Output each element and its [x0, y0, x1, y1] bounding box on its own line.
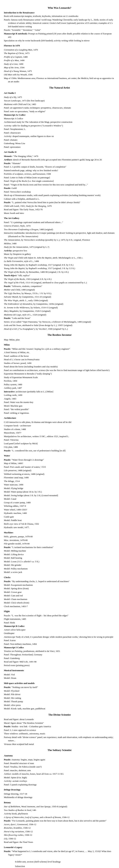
list-item: Puzzle: "L. painted what Verrocchio hire…: [4, 201, 115, 204]
list-item: Mother and Child, 1490 (original): [4, 288, 115, 291]
list-item: Mock-up of Renaissance studio, with smal…: [4, 193, 115, 197]
list-item: Anemoscope 'body of a bird, L's parachut…: [4, 635, 115, 639]
list-item: Life preserver, 1488 (original): [4, 469, 115, 472]
list-item: Manuscript I Codice: [4, 646, 115, 649]
list-item: Lead panel [relief sculpture by Mick]: [4, 442, 115, 445]
list-item: Model: file-cutting: [4, 696, 115, 700]
list-item: The deluge, 1514: [4, 479, 115, 483]
list-item: Mausoleum, 1507?: [4, 431, 115, 435]
list-item: Acorn, dyers', Greenwood, 1506-12: [4, 823, 115, 826]
list-item: Panel: audition of the horse: [4, 354, 115, 358]
list-item: Mary Magdalen, by Gianpietrino, 1520-5 (…: [4, 309, 115, 313]
list-item: Model: Swing bridge (about 3 ft. by 3 ft…: [4, 494, 115, 497]
list-item: Lily, 1506-12: [4, 837, 115, 840]
list-item: Panel: Throughout; Switzerland, Germany: [4, 653, 115, 656]
subsection-title: Milan: [4, 343, 115, 346]
list-item: Studies of a dome, 1488: [4, 428, 115, 431]
restless-map: Map: Milan, plan: [4, 338, 115, 341]
list-item: Model: Cam and rod: [4, 594, 115, 597]
list-item: Manuscript A Codice: [4, 117, 115, 120]
list-item: Whirling eddies, 1507-9: [4, 504, 115, 508]
list-item: The Annunciation, by Verrocchio's worksh…: [4, 238, 115, 242]
list-item: Tuscan Landscape, 1473 (his first landsc…: [4, 99, 115, 102]
list-item: Read and figure: The Early Years, 1452-7…: [4, 208, 115, 211]
subsection-title: Mid-space activities and models: [4, 682, 115, 685]
list-item: Model: Milling machine: [4, 549, 115, 553]
list-item: Artifact: models of muscles, bones, hear…: [4, 772, 115, 776]
list-item: Model: Viol: [4, 673, 115, 676]
list-item: Panel: Birds: [4, 621, 115, 624]
list-item: Model: Click wheels (front): [4, 601, 115, 604]
list-item: Panel: Vitruvius: [4, 438, 115, 442]
subsection-title: Water: [4, 454, 115, 458]
list-item: Period room (printing press): [4, 664, 115, 667]
list-item: Artifact: sketch of Bernardo Baroncelli …: [4, 158, 115, 161]
list-item: Panel: Water was the master-key: [4, 401, 115, 404]
list-item: Model: Chain mechanism: [4, 597, 115, 601]
list-item: The Virgin and Child with Infant St. Joh…: [4, 256, 115, 259]
list-item: Panel on contributions to architecture, …: [4, 369, 115, 372]
list-item: Model: file-grinder: [4, 563, 115, 567]
list-item: Interactive multimedia: introduction to …: [4, 231, 115, 238]
list-item: Panel: Port canals and 'master of waters…: [4, 465, 115, 469]
list-item: Panel: L.'s prolific output of drafts, b…: [4, 165, 115, 168]
list-item: Hydraulic saw model, 1477.: [4, 526, 115, 529]
list-item: Partway detail with "divine science" pan…: [4, 736, 115, 742]
subsection-title: Deluge Drawings: [4, 788, 115, 792]
subsection-title: Flight: [4, 610, 115, 613]
list-item: Puzzle: "Water flows through L's drawing…: [4, 458, 115, 462]
list-item: Study for the Annunciation, 1475 (origin…: [4, 245, 115, 249]
list-item: Deluge drawing, 1517-18: [4, 792, 115, 796]
list-item: Artillery park, 1487: [4, 386, 115, 390]
list-item: Read and figure: the Final Years: [4, 840, 115, 844]
florence-title: Florence in 1470: [4, 44, 115, 48]
list-item: Salvator Mundi, by Gianpietrino, 1511-25…: [4, 295, 115, 299]
list-item: A brief history of Milan, etc.: [4, 351, 115, 354]
list-item: Child with Lamb, 1501; Study for the Han…: [4, 204, 115, 208]
list-item: Model: Crown gear: [4, 590, 115, 594]
list-item: City plan, 1486: [4, 445, 115, 449]
table-row: Exhibit unit, section (shell-scheme) lev…: [4, 860, 62, 864]
list-item: Panel: Non-military machines, 1494: [4, 642, 115, 646]
list-item: The Angel of the Flesh, 1513-16 (origina…: [4, 281, 115, 284]
list-item: Motel: Machine gun: [4, 404, 115, 408]
list-item: Hydraulic machine, 1480: [4, 512, 115, 515]
list-item: Panel about the horse (including founder…: [4, 365, 115, 368]
natural-artist-heading: The Natural Artist: [4, 86, 115, 90]
list-item: The Virgin of the Rocks, 1503 (original;…: [4, 277, 115, 281]
list-item: Skin flowering rushes, 1506-12: [4, 833, 115, 837]
solitary-heading: The Solitary Scientist: [4, 748, 115, 752]
list-item: Leda and the Swan, attributed to Salaí (…: [4, 323, 115, 327]
list-item: Manuscript B Codice: [4, 624, 115, 628]
list-item: Water wheel, 1490-1503?: [4, 508, 115, 512]
list-item: Puzzle: Anatomy: begins, stops, begins a…: [4, 758, 115, 762]
list-item: Activity: perspective box: [4, 249, 115, 252]
subsection-title: Anatomy: [4, 754, 115, 757]
list-item: Read and figure: about Leonardo: [4, 718, 115, 721]
list-item: Model: Kiosk: tank, machine gun, paddleb…: [4, 707, 115, 710]
list-item: Guttenburg: Mona Lisa: [4, 142, 115, 145]
list-item: Horse's-leg variations, 1506-12: [4, 830, 115, 833]
list-item: Panel: L.'s new approach to science: [4, 728, 115, 732]
list-item: Clock mechanism, 1493-7: [4, 604, 115, 608]
list-item: Cabinet with a Dolphin, attributed to L.: [4, 197, 115, 201]
list-item: St. Jerome in the Wilderness, by Solario…: [4, 306, 115, 309]
list-item: Model: Canal: [4, 497, 115, 501]
list-item: Webbed swimming at staves, 1488 (origina…: [4, 472, 115, 476]
list-item: Puzzle: "By understanding clocks, L. hop…: [4, 580, 115, 583]
list-item: Pavilion, 1494: [4, 379, 115, 383]
list-item: Panel: striking or ingenious.: [4, 411, 115, 415]
list-item: Two Horsemen Confronting a Dragon, 1480 …: [4, 228, 115, 231]
list-item: Panel: Gutenberg: [4, 656, 115, 660]
subsection-title: Machines: [4, 531, 115, 534]
list-item: Madonna with Child and Cat, 1483: [4, 102, 115, 106]
list-item: Painted notebook page, asking: why so fe…: [4, 169, 115, 172]
list-item: Puzzle: "L. considered the axis, use of …: [4, 449, 115, 453]
list-item: A Spray of Watercolor, Leaf of Leymus, a…: [4, 815, 115, 819]
list-item: Panel: chiaroscuro: [4, 131, 115, 134]
list-item: Madonna del Lago, style of L., 1520 (ori…: [4, 313, 115, 316]
list-item: Model: olive press: [4, 704, 115, 707]
subsection-title: Botany: [4, 801, 115, 804]
list-item: Puzzle: "L. was the first scientist of f…: [4, 614, 115, 617]
list-item: Panel: Verrocchio's workshop: [4, 190, 115, 193]
